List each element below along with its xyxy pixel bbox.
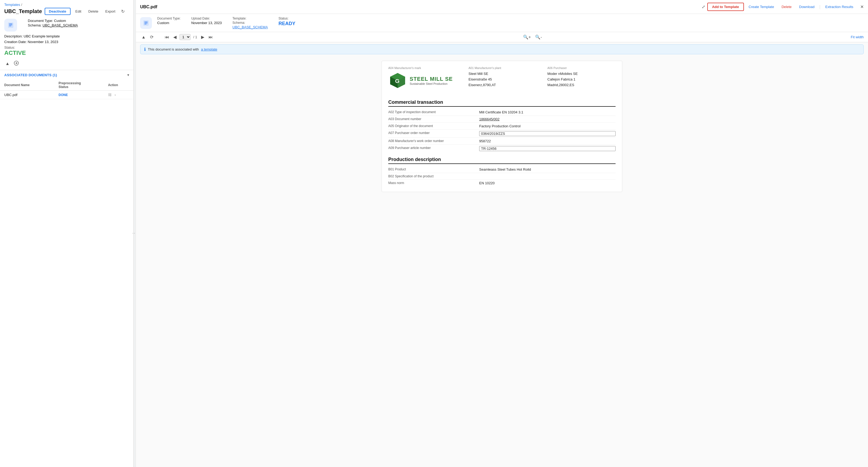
doc-delete-button[interactable]: Delete — [779, 3, 795, 10]
field-value: TR-12456 — [479, 146, 616, 151]
panel-divider[interactable]: ⋮ — [134, 0, 136, 467]
purchaser-line1: Moder nMobiles SE — [547, 72, 578, 76]
right-actions: ⤢ Add to Template Create Template Delete… — [702, 3, 864, 11]
zoom-out-icon[interactable]: 🔍- — [534, 34, 543, 40]
field-key: A07 Purchaser order number — [388, 131, 479, 135]
field-key: B01 Product — [388, 167, 479, 171]
upload-date-field: Upload Date: November 13, 2023 — [191, 17, 222, 29]
alert-template-link[interactable]: a template — [201, 48, 217, 51]
first-page-icon[interactable]: ⏮ — [163, 34, 170, 40]
template-meta: Document Type: Custom Schema: UBC_BASE_S… — [0, 17, 133, 33]
action-separator: | — [819, 4, 820, 9]
doc-content: A04 Manufacturer's mark G STEEL — [136, 56, 868, 467]
field-value: EN 10220 — [479, 181, 616, 185]
production-description-title: Production description — [388, 157, 616, 164]
manufacturer-row: A04 Manufacturer's mark G STEEL — [388, 66, 616, 94]
documents-table: Document Name PreprocessingStatus Action… — [0, 80, 133, 99]
status-value: ACTIVE — [4, 50, 26, 56]
info-icon: ℹ — [144, 47, 146, 52]
template-title: UBC_Template — [4, 8, 42, 14]
manufacturer-mark-label: A04 Manufacturer's mark — [388, 66, 458, 69]
nav-arrow-icon[interactable]: › — [115, 93, 116, 97]
upload-date-label: Upload Date: — [191, 17, 222, 20]
doc-fields: Document Type: Custom Upload Date: Novem… — [157, 17, 296, 29]
refresh-button[interactable]: ↻ — [120, 8, 126, 15]
field-row: A03 Document number1866645/002 — [388, 116, 616, 123]
steel-sub: Sustainable Steel Production — [410, 82, 453, 85]
field-value: Factory Production Control — [479, 124, 616, 128]
template-meta-label: Template: — [232, 17, 268, 20]
field-row: B01 ProductSeamleass Steel Tubes Hot Roi… — [388, 166, 616, 173]
template-doc-info: Document Type: Custom Schema: UBC_BASE_S… — [28, 19, 78, 27]
right-panel: UBC.pdf ⤢ Add to Template Create Templat… — [136, 0, 868, 467]
expand-icon[interactable]: ⤢ — [702, 4, 705, 9]
link-icon[interactable]: ⛓ — [108, 93, 112, 97]
purchaser-line2: Callejon Fabrica 1 — [547, 77, 576, 81]
purchaser-line3: Madrid,28002,ES — [547, 83, 574, 87]
associated-docs-title: ASSOCIATED DOCUMENTS (1) — [4, 73, 57, 77]
creation-date-row: Creation Date: November 13, 2023 — [0, 39, 133, 44]
close-icon[interactable]: ✕ — [860, 4, 864, 9]
steel-logo: G STEEL MILL SE Sustainable Steel Produc… — [388, 71, 458, 90]
page-select[interactable]: 1 — [180, 34, 191, 40]
template-header: UBC_Template Deactivate Edit Delete Expo… — [0, 8, 133, 17]
schema-value[interactable]: UBC_BASE_SCHEMA — [42, 23, 78, 27]
field-value: 958722 — [479, 139, 616, 143]
associated-docs-panel: Document Name PreprocessingStatus Action… — [0, 80, 133, 101]
manufacturer-plant-col: A01 Manufacturer's plant Steel Mill SE E… — [468, 66, 537, 90]
doc-type-label: Document Type: — [157, 17, 181, 20]
extraction-results-button[interactable]: Extraction Results — [823, 3, 856, 10]
deactivate-button[interactable]: Deactivate — [45, 8, 71, 15]
field-key: A09 Purchaser article number — [388, 146, 479, 150]
field-row: B02 Specification of the product — [388, 173, 616, 180]
doc-meta-bar: Document Type: Custom Upload Date: Novem… — [136, 14, 868, 32]
associated-docs-section-header[interactable]: ASSOCIATED DOCUMENTS (1) ▾ — [0, 70, 133, 80]
breadcrumb-parent-link[interactable]: Templates — [4, 3, 20, 7]
field-key: A02 Type of inspection document — [388, 110, 479, 114]
plant-value: Steel Mill SE Eisenstraße 45 Eisenerz,87… — [468, 71, 537, 88]
last-page-icon[interactable]: ⏭ — [207, 34, 214, 40]
col-preprocessing: PreprocessingStatus — [54, 80, 104, 91]
next-page-icon[interactable]: ▶ — [200, 34, 206, 40]
steel-name: STEEL MILL SE — [410, 76, 453, 82]
status-badge: DONE — [59, 93, 68, 97]
field-key: A08 Manufacturer's work order number — [388, 139, 479, 143]
alert-message: This document is associated with — [148, 48, 199, 51]
field-row: A05 Originator of the documentFactory Pr… — [388, 123, 616, 130]
up-arrow-icon[interactable]: ▲ — [4, 60, 11, 68]
schema-meta-value[interactable]: UBC_BASE_SCHEMA — [232, 25, 268, 29]
field-key: B02 Specification of the product — [388, 175, 479, 178]
status-row: Status: ACTIVE — [0, 44, 133, 59]
add-to-template-button[interactable]: Add to Template — [707, 3, 744, 11]
doc-status-label: Status: — [279, 17, 296, 20]
left-panel: Templates / UBC_Template Deactivate Edit… — [0, 0, 134, 467]
zoom-in-icon[interactable]: 🔍+ — [522, 34, 532, 40]
breadcrumb: Templates / — [0, 0, 133, 8]
template-schema-field: Template: Schema: UBC_BASE_SCHEMA — [232, 17, 268, 29]
collapse-up-icon[interactable]: ▲ — [140, 34, 147, 40]
commercial-fields: A02 Type of inspection documentMill Cert… — [388, 109, 616, 152]
status-field: Status: READY — [279, 17, 296, 29]
template-action-icons: ▲ — [0, 59, 133, 70]
sync-icon[interactable]: ⟳ — [149, 34, 155, 40]
fit-width-button[interactable]: Fit width — [851, 35, 864, 39]
schema-label: Schema: — [28, 23, 41, 27]
production-fields: B01 ProductSeamleass Steel Tubes Hot Roi… — [388, 166, 616, 186]
delete-button[interactable]: Delete — [86, 8, 100, 14]
field-key: A05 Originator of the document — [388, 124, 479, 128]
field-row: A02 Type of inspection documentMill Cert… — [388, 109, 616, 116]
schema-link-icon[interactable] — [13, 60, 20, 68]
description-row: Description: UBC Example template — [0, 33, 133, 39]
edit-button[interactable]: Edit — [73, 8, 84, 14]
commercial-transaction-title: Commercial transaction — [388, 99, 616, 107]
document-filename: UBC.pdf — [140, 4, 157, 9]
prev-page-icon[interactable]: ◀ — [172, 34, 178, 40]
doc-type-field: Document Type: Custom — [157, 17, 181, 29]
download-button[interactable]: Download — [796, 3, 817, 10]
export-button[interactable]: Export — [103, 8, 118, 14]
create-template-button[interactable]: Create Template — [746, 3, 777, 10]
upload-date-value: November 13, 2023 — [191, 21, 222, 25]
plant-line3: Eisenerz,8790,AT — [468, 83, 496, 87]
doc-toolbar: ▲ ⟳ ⏮ ◀ 1 / 1 ▶ ⏭ 🔍+ 🔍- Fit width — [136, 32, 868, 42]
schema-meta-label: Schema: — [232, 21, 268, 25]
